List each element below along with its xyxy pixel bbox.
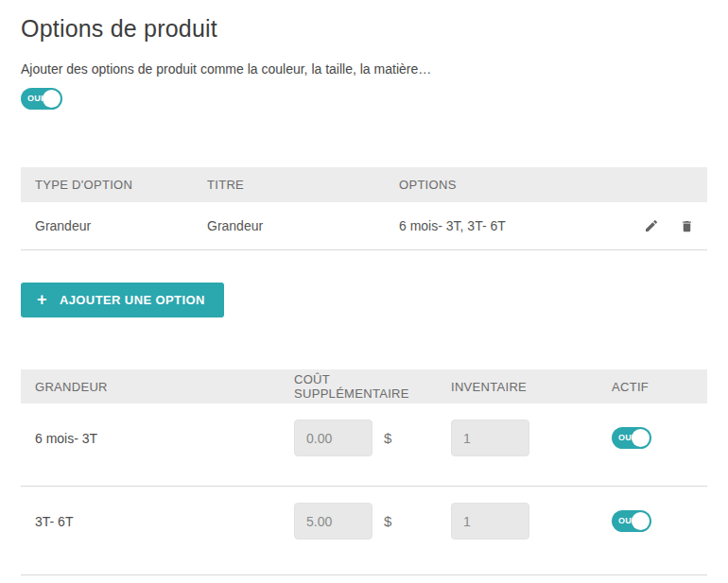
header-inventaire: INVENTAIRE <box>437 380 598 394</box>
add-option-button-label: AJOUTER UNE OPTION <box>60 293 205 307</box>
variant-cost-cell: $ <box>280 420 437 456</box>
toggle-knob <box>632 429 650 447</box>
header-actif: ACTIF <box>598 380 707 394</box>
options-table: TYPE D'OPTION TITRE OPTIONS Grandeur Gra… <box>21 167 707 250</box>
variant-active-toggle[interactable]: OUI <box>612 427 651 449</box>
product-options-page: Options de produit Ajouter des options d… <box>0 0 728 575</box>
currency-symbol: $ <box>384 430 391 446</box>
variant-inventory-cell <box>437 503 598 540</box>
header-cout-supplementaire: COÛT SUPPLÉMENTAIRE <box>280 372 437 401</box>
option-options-value: 6 mois- 3T, 3T- 6T <box>385 218 622 233</box>
add-option-button[interactable]: + AJOUTER UNE OPTION <box>21 283 224 317</box>
toggle-knob <box>43 90 61 108</box>
variant-active-cell: OUI <box>598 420 707 456</box>
edit-icon[interactable] <box>644 218 659 233</box>
cost-input[interactable] <box>294 503 373 540</box>
variant-active-toggle[interactable]: OUI <box>612 510 651 532</box>
header-options: OPTIONS <box>385 178 622 192</box>
option-row-actions <box>622 218 707 234</box>
page-subtitle: Ajouter des options de produit comme la … <box>21 60 707 77</box>
header-type-option: TYPE D'OPTION <box>21 178 193 192</box>
inventory-input[interactable] <box>451 420 529 456</box>
toggle-knob <box>632 512 650 530</box>
option-row: Grandeur Grandeur 6 mois- 3T, 3T- 6T <box>21 202 707 250</box>
variants-table-header: GRANDEUR COÛT SUPPLÉMENTAIRE INVENTAIRE … <box>21 369 707 403</box>
option-titre-value: Grandeur <box>193 218 385 233</box>
product-options-toggle[interactable]: OUI <box>21 88 62 110</box>
variant-row: 6 mois- 3T $ OUI <box>21 403 707 487</box>
variant-active-cell: OUI <box>598 503 707 540</box>
variant-cost-cell: $ <box>280 503 437 540</box>
options-table-header: TYPE D'OPTION TITRE OPTIONS <box>21 167 707 202</box>
plus-icon: + <box>37 291 47 308</box>
currency-symbol: $ <box>384 513 391 529</box>
header-titre: TITRE <box>193 178 385 192</box>
variant-name: 3T- 6T <box>21 503 280 540</box>
inventory-input[interactable] <box>451 503 529 540</box>
variant-inventory-cell <box>437 420 598 456</box>
trash-icon[interactable] <box>680 218 694 234</box>
cost-input[interactable] <box>294 420 373 456</box>
page-title: Options de produit <box>21 14 707 43</box>
option-type-value: Grandeur <box>21 218 193 233</box>
variant-row: 3T- 6T $ OUI <box>21 487 707 575</box>
toggle-on-label: OUI <box>21 88 43 110</box>
variant-name: 6 mois- 3T <box>21 420 280 456</box>
variants-table: GRANDEUR COÛT SUPPLÉMENTAIRE INVENTAIRE … <box>21 369 707 575</box>
header-grandeur: GRANDEUR <box>21 380 280 394</box>
